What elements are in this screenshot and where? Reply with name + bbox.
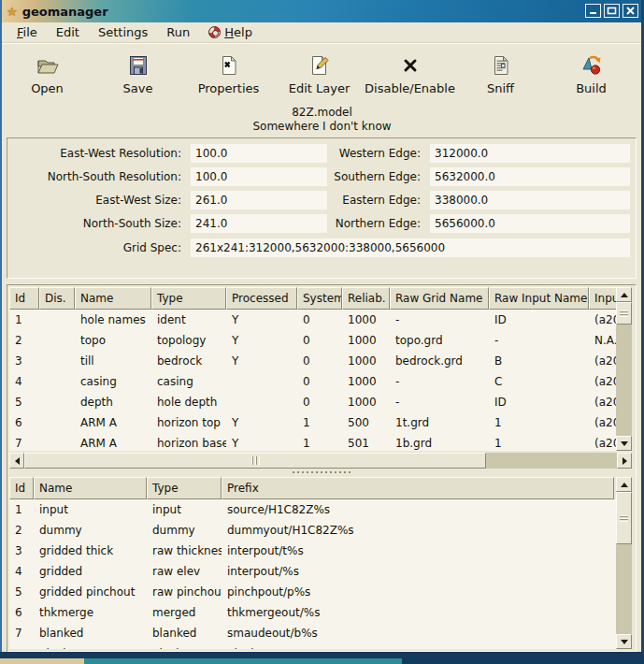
minimize-button[interactable] [585, 4, 601, 18]
maximize-button[interactable] [604, 4, 620, 18]
scroll-down-button[interactable] [616, 634, 632, 649]
table-cell: 8 [9, 643, 34, 649]
build-label: Build [576, 81, 607, 95]
table-cell: B [489, 351, 589, 371]
table-cell: input [34, 499, 147, 520]
ns-size-field[interactable]: 241.0 [191, 214, 327, 233]
column-header-name[interactable]: Name [75, 287, 151, 310]
column-header-prefix[interactable]: Prefix [222, 477, 614, 499]
menu-settings[interactable]: Settings [89, 23, 157, 42]
menu-run[interactable]: Run [157, 23, 199, 42]
table-row[interactable]: 1hole namesidentY01000-ID(a20, [9, 310, 616, 330]
table-row[interactable]: 3tillbedrockY01000bedrock.grdB(a20, [9, 351, 616, 371]
column-header-dis[interactable]: Dis. [39, 287, 75, 310]
maximize-icon [607, 7, 617, 15]
close-button[interactable] [623, 4, 638, 18]
table-cell: blanked [147, 623, 222, 643]
pane-resize-handle[interactable] [293, 469, 352, 474]
northern-edge-field[interactable]: 5656000.0 [430, 214, 630, 233]
scroll-right-button[interactable] [617, 453, 632, 469]
column-header-id[interactable]: Id [9, 477, 34, 499]
scroll-down-button[interactable] [616, 436, 632, 451]
table-cell: depth [75, 392, 151, 412]
titlebar[interactable]: ★ geomanager [0, 0, 644, 22]
table-cell: hole names [75, 310, 151, 330]
table-cell: 1 [489, 412, 589, 433]
edit-layer-button[interactable]: Edit Layer [274, 44, 365, 104]
menu-file[interactable]: File [7, 23, 47, 42]
eastern-edge-field[interactable]: 338000.0 [430, 191, 630, 209]
column-header-raw-grid-name[interactable]: Raw Grid Name [390, 287, 489, 310]
menu-help[interactable]: Help [199, 23, 262, 42]
disable-enable-button[interactable]: Disable/Enable [365, 44, 455, 104]
scrollbar-trough[interactable] [486, 453, 617, 469]
open-button[interactable]: Open [2, 44, 93, 104]
table-cell: hole depth [151, 392, 226, 412]
window-bottom-border[interactable] [0, 652, 644, 658]
western-edge-label: Western Edge: [329, 144, 426, 163]
table-cell: pinchout/%s [222, 643, 614, 649]
table-cell: 0 [297, 371, 342, 392]
properties-button[interactable]: Properties [183, 44, 274, 104]
table-row[interactable]: 2topotopologyY01000topo.grd-N.A. [9, 330, 616, 351]
table-row[interactable]: 6ARM Ahorizon topY15001t.grd1(a20, [9, 412, 616, 433]
scrollbar-trough[interactable] [616, 325, 632, 436]
table-row[interactable]: 4griddedraw elevinterpout/%s [9, 561, 616, 582]
tables-panel: IdDis.NameTypeProcessedSystemReliab.Raw … [7, 284, 637, 652]
grid-spec-field[interactable]: 261x241:312000,5632000:338000,5656000 [191, 238, 630, 257]
save-button[interactable]: Save [93, 44, 183, 104]
column-header-system[interactable]: System [297, 287, 342, 310]
table-cell: 2 [9, 520, 34, 541]
column-header-id[interactable]: Id [9, 287, 39, 310]
table-cell: dummyout/H1C82Z%s [222, 520, 614, 541]
table-cell [39, 392, 75, 412]
layers-table: IdDis.NameTypeProcessedSystemReliab.Raw … [9, 287, 616, 451]
properties-label: Properties [198, 81, 260, 95]
ew-resolution-field[interactable]: 100.0 [191, 144, 327, 163]
table-row[interactable]: 6thkmergemergedthkmergeout/%s [9, 602, 616, 623]
southern-edge-label: Southern Edge: [329, 167, 426, 186]
table-row[interactable]: 1inputinputsource/H1C82Z%s [9, 499, 616, 520]
column-header-type[interactable]: Type [151, 287, 226, 310]
toolbar: Open Save Properties [2, 43, 641, 105]
column-header-reliab[interactable]: Reliab. [342, 287, 390, 310]
scrollbar-trough[interactable] [616, 544, 632, 634]
scroll-left-button[interactable] [9, 453, 24, 469]
table-row[interactable]: 8pinchoutpinchoutpinchout/%s [9, 643, 616, 649]
scrollbar-thumb[interactable] [24, 453, 486, 469]
table-cell: casing [75, 371, 151, 392]
table-row[interactable]: 4casingcasing01000-C(a20, [9, 371, 616, 392]
open-label: Open [31, 81, 64, 95]
column-header-raw-input-name[interactable]: Raw Input Name [489, 287, 589, 310]
table-row[interactable]: 3gridded thickraw thicknessinterpout/t%s [9, 541, 616, 561]
ew-size-field[interactable]: 261.0 [191, 191, 327, 209]
table-cell: 0 [297, 392, 342, 412]
build-button[interactable]: Build [546, 44, 637, 104]
table-row[interactable]: 5depthhole depth01000-ID(a20, [9, 392, 616, 412]
table-cell: 7 [9, 623, 34, 643]
menubar: File Edit Settings Run Help [2, 22, 641, 43]
scroll-up-button[interactable] [616, 477, 632, 492]
table-row[interactable]: 5gridded pinchoutraw pinchoutpinchpout/p… [9, 582, 616, 602]
menu-edit[interactable]: Edit [47, 23, 89, 42]
table-row[interactable]: 2dummydummydummyout/H1C82Z%s [9, 520, 616, 541]
save-floppy-icon [125, 52, 151, 79]
sniff-button[interactable]: Sniff [455, 44, 546, 104]
layers-horizontal-scrollbar[interactable] [9, 453, 632, 469]
table-row[interactable]: 7ARM Ahorizon baseY15011b.grd1(a20, [9, 433, 616, 451]
model-name: 82Z.model [0, 106, 644, 120]
outputs-vertical-scrollbar[interactable] [616, 477, 632, 649]
table-row[interactable]: 7blankedblankedsmaudeout/b%s [9, 623, 616, 643]
layers-vertical-scrollbar[interactable] [616, 287, 632, 451]
column-header-input[interactable]: Input [589, 287, 616, 310]
scrollbar-thumb[interactable] [616, 492, 632, 544]
ns-resolution-field[interactable]: 100.0 [191, 167, 327, 186]
open-folder-icon [35, 52, 61, 79]
column-header-name[interactable]: Name [34, 477, 147, 499]
column-header-processed[interactable]: Processed [226, 287, 297, 310]
southern-edge-field[interactable]: 5632000.0 [430, 167, 630, 186]
scrollbar-thumb[interactable] [616, 302, 632, 325]
western-edge-field[interactable]: 312000.0 [430, 144, 630, 163]
scroll-up-button[interactable] [616, 287, 632, 302]
column-header-type[interactable]: Type [147, 477, 222, 499]
